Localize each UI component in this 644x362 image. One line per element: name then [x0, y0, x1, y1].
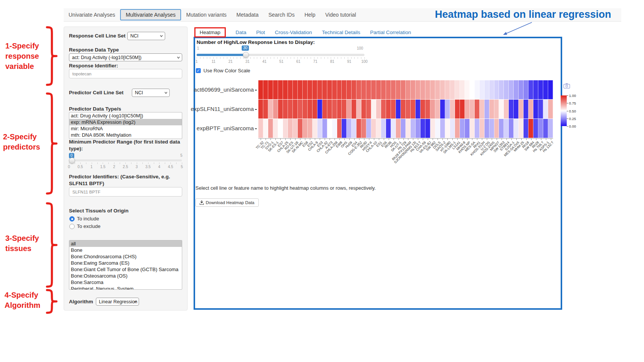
heatmap-x-tickmark	[497, 139, 497, 140]
algorithm-select[interactable]: Linear Regression	[96, 298, 139, 306]
lines-slider-tickmark	[314, 57, 314, 59]
heatmap-x-tickmark	[310, 139, 310, 140]
range-slider-tickmark	[97, 162, 98, 164]
lines-slider-tickmark	[344, 57, 345, 59]
heatmap-x-tickmark	[403, 139, 404, 140]
nav-tab-multivariate-analyses[interactable]: Multivariate Analyses	[120, 9, 181, 20]
range-slider-tickmark	[114, 162, 114, 164]
tissue-option[interactable]: Peripheral_Nervous_System	[69, 286, 182, 290]
heatmap-cell	[322, 80, 327, 99]
lines-slider-tickmark	[317, 57, 318, 59]
colorbar-tickmark	[567, 119, 568, 119]
download-heatmap-data-button[interactable]: Download Heatmap Data	[195, 198, 259, 207]
heatmap-x-tickmark	[413, 139, 413, 140]
predictor-cell-line-set-select[interactable]: NCI	[132, 89, 170, 97]
tissue-option[interactable]: Bone:Chondrosarcoma (CHS)	[69, 253, 182, 260]
nav-tab-video-tutorial[interactable]: Video tutorial	[320, 9, 361, 20]
heatmap-cell	[361, 80, 366, 99]
heatmap-cell	[258, 119, 263, 138]
heatmap-cell	[327, 80, 332, 99]
tab-partial-correlation[interactable]: Partial Correlation	[370, 30, 411, 35]
heatmap-cell	[430, 119, 435, 138]
heatmap-cell	[514, 100, 519, 119]
tissue-include-radio[interactable]	[69, 216, 75, 222]
nav-tab-search-ids[interactable]: Search IDs	[263, 9, 299, 20]
tissue-option[interactable]: Bone:Ewing Sarcoma (ES)	[69, 260, 182, 266]
tab-cross-validation[interactable]: Cross-Validation	[275, 30, 312, 35]
heatmap-x-tickmark	[285, 139, 286, 140]
heatmap-cell	[288, 119, 293, 138]
predictor-data-type-option[interactable]: mir: MicroRNA	[69, 125, 182, 132]
lines-slider-track[interactable]	[197, 54, 364, 56]
heatmap-x-tickmark	[452, 139, 453, 140]
heatmap-cell	[460, 80, 465, 99]
range-slider-tickmark	[165, 162, 165, 164]
heatmap-x-tickmark	[551, 139, 551, 140]
lines-slider-tickmark	[220, 57, 220, 59]
heatmap-cell	[465, 80, 470, 99]
heatmap-cell	[352, 119, 356, 138]
range-slider-max-label: 5	[180, 153, 183, 158]
range-slider-tick-label: 3.5	[145, 165, 151, 169]
heatmap-x-tickmark	[374, 139, 374, 140]
lines-slider-tick-label: 100	[361, 59, 368, 64]
row-color-scale-checkbox[interactable]: ✓	[196, 68, 201, 73]
tissue-origin-label: Select Tissue/s of Origin	[69, 208, 128, 214]
heatmap-cell	[342, 100, 347, 119]
heatmap-cell	[371, 80, 376, 99]
heatmap-cell	[445, 80, 450, 99]
nav-tab-mutation-variants[interactable]: Mutation variants	[181, 9, 231, 20]
heatmap-cell	[278, 119, 283, 138]
tissue-option[interactable]: all	[69, 240, 182, 247]
heatmap-x-tickmark	[364, 139, 364, 140]
lines-slider-tickmark	[338, 57, 338, 59]
heatmap-cell	[293, 80, 298, 99]
predictor-data-types-listbox[interactable]: act: Drug Activity (-log10[IC50M])exp: m…	[69, 112, 182, 139]
heatmap-cell	[509, 100, 514, 119]
tab-data[interactable]: Data	[236, 30, 247, 35]
tissue-exclude-radio[interactable]	[69, 224, 75, 229]
heatmap-cell	[450, 100, 455, 119]
predictor-data-type-option[interactable]: exp: mRNA Expression (log2)	[69, 119, 182, 125]
range-slider-tickmark	[125, 162, 126, 164]
heatmap-cell	[337, 100, 342, 119]
nav-tab-help[interactable]: Help	[300, 9, 320, 20]
nav-tab-univariate-analyses[interactable]: Univariate Analyses	[64, 9, 120, 20]
heatmap-row-label[interactable]: expBPTF_uniSarcoma	[197, 125, 257, 131]
response-cell-line-set-select[interactable]: NCI	[127, 32, 165, 40]
lines-slider-tickmark	[304, 57, 305, 59]
response-data-type-select[interactable]: act: Drug Activity (-log10[IC50M])	[69, 53, 182, 61]
tissue-option[interactable]: Bone:Osteosarcoma (OS)	[69, 273, 182, 279]
heatmap-cell	[308, 80, 313, 99]
heatmap-cell	[298, 119, 303, 138]
tab-technical-details[interactable]: Technical Details	[322, 30, 360, 35]
lines-slider-tickmark	[254, 57, 254, 59]
response-identifier-input[interactable]	[69, 69, 182, 78]
camera-icon[interactable]	[563, 83, 570, 89]
lines-slider-fill	[197, 54, 246, 56]
heatmap-cell	[455, 119, 460, 138]
range-slider-tickmark	[108, 162, 109, 164]
lines-slider-tickmark	[210, 57, 210, 59]
nav-tab-metadata[interactable]: Metadata	[231, 9, 263, 20]
heatmap-cell	[308, 100, 313, 119]
predictor-data-type-option[interactable]: mth: DNA 850K Methylation	[69, 132, 182, 138]
predictor-data-type-option[interactable]: act: Drug Activity (-log10[IC50M])	[69, 112, 182, 119]
range-slider-tick-label: 4	[158, 165, 161, 169]
predictor-identifiers-input[interactable]	[69, 187, 182, 197]
heatmap-cell	[396, 80, 401, 99]
tissue-option[interactable]: Bone	[69, 247, 182, 253]
tab-heatmap[interactable]: Heatmap	[194, 27, 226, 37]
heatmap-cell	[504, 100, 509, 119]
heatmap-row-label[interactable]: act609699_uniSarcoma	[194, 86, 257, 93]
tissue-option[interactable]: Bone:Giant Cell Tumor of Bone (GCTB) Sar…	[69, 266, 182, 273]
tissue-listbox[interactable]: allBoneBone:Chondrosarcoma (CHS)Bone:Ewi…	[69, 240, 182, 290]
tissue-option[interactable]: Bone:Sarcoma	[69, 279, 182, 286]
heatmap-cell	[371, 119, 376, 138]
range-slider-track[interactable]	[69, 159, 182, 161]
predictor-cell-line-set-value: NCI	[135, 90, 143, 95]
heatmap-row-label[interactable]: expSLFN11_uniSarcoma	[191, 106, 257, 112]
tab-plot[interactable]: Plot	[256, 30, 265, 35]
lines-slider-tickmark	[274, 57, 274, 59]
range-slider-handle[interactable]	[69, 158, 75, 164]
